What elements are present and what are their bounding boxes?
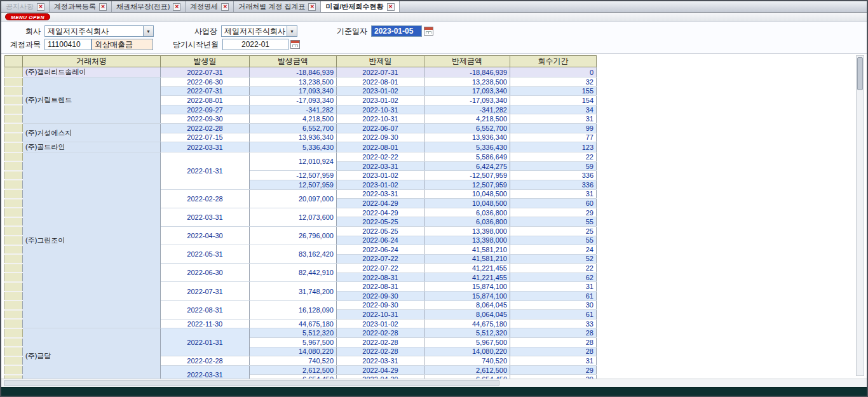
cell-sdate[interactable]: 2022-10-31 bbox=[337, 310, 424, 320]
cell-sdate[interactable]: 2022-03-31 bbox=[337, 161, 424, 171]
cell-amt[interactable]: 12,010,924 bbox=[250, 152, 337, 171]
site-select[interactable]: 제일저지주식회사 ▼ bbox=[221, 25, 297, 37]
cell-samt[interactable]: 17,093,340 bbox=[424, 86, 510, 96]
row-selector[interactable] bbox=[5, 67, 23, 77]
row-selector[interactable] bbox=[5, 123, 23, 133]
cell-sdate[interactable]: 2022-04-29 bbox=[337, 199, 424, 208]
cell-samt[interactable]: 41,221,455 bbox=[424, 264, 510, 273]
cell-date[interactable]: 2022-03-31 bbox=[161, 142, 250, 152]
cell-amt[interactable]: 31,748,200 bbox=[250, 282, 337, 300]
cell-samt[interactable]: 8,064,045 bbox=[424, 300, 510, 310]
cell-date[interactable]: 2022-08-01 bbox=[161, 96, 250, 105]
cell-days[interactable]: 30 bbox=[510, 300, 597, 310]
cell-days[interactable]: 55 bbox=[510, 217, 597, 227]
close-icon[interactable]: ✕ bbox=[173, 3, 180, 11]
cell-name[interactable]: (주)거림트렌드 bbox=[23, 77, 161, 124]
cell-samt[interactable]: 6,552,700 bbox=[424, 123, 510, 133]
row-selector[interactable] bbox=[5, 365, 23, 375]
close-icon[interactable]: ✕ bbox=[387, 3, 395, 11]
cell-date[interactable]: 2022-07-31 bbox=[161, 86, 250, 96]
cell-samt[interactable]: 41,221,455 bbox=[424, 273, 510, 282]
cell-samt[interactable]: 6,036,800 bbox=[424, 208, 510, 217]
horizontal-scrollbar-thumb[interactable] bbox=[4, 380, 499, 386]
row-selector[interactable] bbox=[5, 356, 23, 366]
cell-amt[interactable]: 83,162,420 bbox=[250, 245, 337, 264]
cell-sdate[interactable]: 2022-08-31 bbox=[337, 273, 424, 282]
cell-amt[interactable]: 5,336,430 bbox=[250, 142, 337, 152]
cell-sdate[interactable]: 2023-01-02 bbox=[337, 319, 424, 328]
cell-days[interactable]: 22 bbox=[510, 152, 597, 162]
base-date-input[interactable]: 2023-01-05 bbox=[371, 25, 422, 37]
chevron-down-icon[interactable]: ▼ bbox=[287, 26, 297, 36]
tab-3[interactable]: 계정명세✕ bbox=[186, 1, 234, 12]
cell-sdate[interactable]: 2022-09-30 bbox=[337, 133, 424, 142]
cell-days[interactable]: 60 bbox=[510, 199, 597, 208]
cell-days[interactable]: 52 bbox=[510, 254, 597, 264]
row-selector[interactable] bbox=[5, 264, 23, 273]
row-selector[interactable] bbox=[5, 152, 23, 162]
cell-days[interactable]: 31 bbox=[510, 356, 597, 366]
row-selector[interactable] bbox=[5, 245, 23, 255]
calendar-icon[interactable] bbox=[424, 27, 433, 36]
row-selector[interactable] bbox=[5, 96, 23, 105]
cell-samt[interactable]: 41,581,210 bbox=[424, 254, 510, 264]
cell-days[interactable]: 61 bbox=[510, 292, 597, 301]
cell-sdate[interactable]: 2022-08-01 bbox=[337, 77, 424, 87]
cell-amt[interactable]: 12,073,600 bbox=[250, 208, 337, 226]
cell-amt[interactable]: 5,967,500 bbox=[250, 338, 337, 347]
close-icon[interactable]: ✕ bbox=[99, 3, 107, 11]
row-selector[interactable] bbox=[5, 133, 23, 142]
cell-sdate[interactable]: 2022-07-31 bbox=[337, 67, 424, 77]
cell-date[interactable]: 2022-07-31 bbox=[161, 67, 250, 77]
calendar-icon[interactable] bbox=[290, 40, 300, 49]
close-icon[interactable]: ✕ bbox=[221, 3, 229, 11]
row-selector[interactable] bbox=[5, 142, 23, 152]
cell-days[interactable]: 0 bbox=[510, 67, 597, 77]
cell-sdate[interactable]: 2022-07-22 bbox=[337, 264, 424, 273]
cell-days[interactable]: 29 bbox=[510, 365, 597, 375]
cell-name[interactable]: (주)금담 bbox=[23, 328, 161, 379]
cell-samt[interactable]: 5,512,320 bbox=[424, 328, 510, 338]
cell-amt[interactable]: 2,612,500 bbox=[250, 365, 337, 375]
cell-amt[interactable]: -17,093,340 bbox=[250, 96, 337, 105]
cell-days[interactable]: 28 bbox=[510, 328, 597, 338]
cell-samt[interactable]: 15,874,100 bbox=[424, 292, 510, 301]
tab-0[interactable]: 공지사항✕ bbox=[1, 1, 50, 12]
cell-samt[interactable]: 5,586,649 bbox=[424, 152, 510, 162]
cell-days[interactable]: 61 bbox=[510, 310, 597, 320]
cell-date[interactable]: 2022-05-31 bbox=[161, 245, 250, 264]
cell-sdate[interactable]: 2023-01-02 bbox=[337, 96, 424, 105]
tab-2[interactable]: 채권채무장(전표)✕ bbox=[112, 1, 186, 12]
cell-name[interactable]: (주)거성에스지 bbox=[23, 123, 161, 142]
vertical-scrollbar[interactable] bbox=[856, 55, 864, 376]
period-start-input[interactable]: 2022-01 bbox=[222, 39, 288, 50]
cell-samt[interactable]: 5,336,430 bbox=[424, 142, 510, 152]
vertical-scrollbar-thumb[interactable] bbox=[857, 57, 863, 90]
cell-sdate[interactable]: 2022-06-07 bbox=[337, 123, 424, 133]
row-selector[interactable] bbox=[5, 273, 23, 282]
cell-date[interactable]: 2022-08-31 bbox=[161, 300, 250, 319]
cell-sdate[interactable]: 2022-02-28 bbox=[337, 338, 424, 347]
row-selector[interactable] bbox=[5, 199, 23, 208]
cell-days[interactable]: 29 bbox=[510, 208, 597, 217]
row-selector[interactable] bbox=[5, 105, 23, 114]
menu-open-button[interactable]: MENU OPEN bbox=[5, 13, 50, 20]
row-selector[interactable] bbox=[5, 338, 23, 347]
cell-days[interactable]: 31 bbox=[510, 114, 597, 124]
cell-sdate[interactable]: 2022-02-28 bbox=[337, 347, 424, 356]
cell-samt[interactable]: 15,874,100 bbox=[424, 282, 510, 292]
cell-days[interactable]: 28 bbox=[510, 338, 597, 347]
cell-days[interactable]: 24 bbox=[510, 245, 597, 255]
cell-date[interactable]: 2022-04-30 bbox=[161, 226, 250, 245]
chevron-down-icon[interactable]: ▼ bbox=[143, 26, 153, 36]
cell-sdate[interactable]: 2022-07-22 bbox=[337, 254, 424, 264]
cell-amt[interactable]: 16,128,090 bbox=[250, 300, 337, 319]
row-selector[interactable] bbox=[5, 114, 23, 124]
cell-date[interactable]: 2022-03-31 bbox=[161, 208, 250, 226]
row-selector[interactable] bbox=[5, 282, 23, 292]
cell-sdate[interactable]: 2022-04-29 bbox=[337, 208, 424, 217]
cell-samt[interactable]: -341,282 bbox=[424, 105, 510, 114]
cell-amt[interactable]: 44,675,180 bbox=[250, 319, 337, 328]
cell-date[interactable]: 2022-02-28 bbox=[161, 189, 250, 208]
cell-sdate[interactable]: 2022-03-31 bbox=[337, 189, 424, 199]
